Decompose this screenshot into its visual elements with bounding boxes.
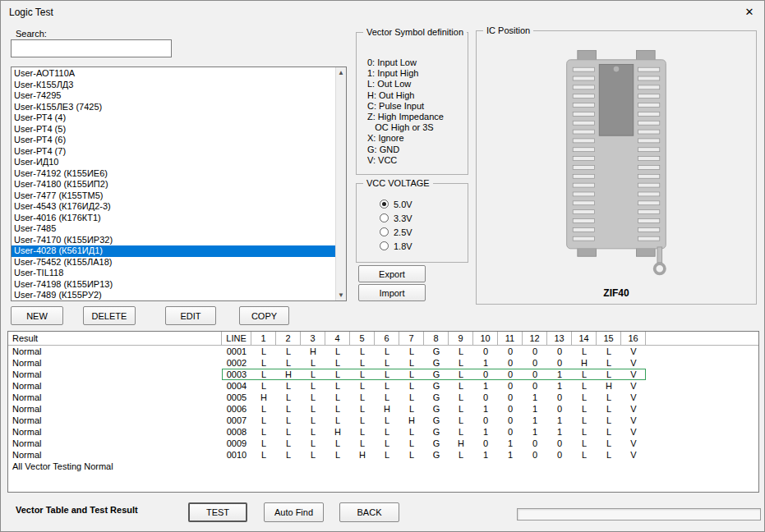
zif-lever-graphic [657, 247, 662, 263]
radio-icon [380, 213, 389, 222]
vector-value-cell: H [572, 357, 597, 369]
edit-button[interactable]: EDIT [165, 306, 216, 325]
result-cell: Normal [8, 380, 222, 392]
table-row[interactable]: Normal0009LLLLLLLGH0100LLV [8, 438, 758, 449]
list-item[interactable]: User-РТ4 (6) [12, 135, 335, 146]
list-item[interactable]: User-РТ4 (7) [12, 146, 335, 158]
line-cell: 0002 [222, 357, 251, 369]
vector-value-cell: 0 [523, 380, 547, 392]
vcc-option-3.3V[interactable]: 3.3V [380, 213, 468, 223]
list-item[interactable]: User-74295 [12, 90, 335, 102]
radio-icon [380, 200, 389, 209]
table-row[interactable]: Normal0010LLLLHLLGL1100LLV [8, 449, 758, 461]
row-vector-range: 0002LLLLLLLGL1000HLV [222, 357, 646, 369]
symbol-definition-line: V: VCC [367, 155, 468, 166]
table-row[interactable]: Normal0002LLLLLLLGL1000HLV [8, 357, 758, 369]
import-button[interactable]: Import [358, 284, 426, 301]
result-cell: Normal [8, 449, 222, 461]
scroll-down-icon[interactable]: ▼ [336, 290, 346, 300]
vector-value-cell: G [424, 403, 449, 415]
list-item[interactable]: User-75452 (К155ЛА18) [12, 257, 335, 268]
vector-value-cell: 0 [473, 415, 498, 426]
export-button[interactable]: Export [358, 265, 426, 282]
vector-value-cell: 1 [547, 426, 572, 438]
copy-button[interactable]: COPY [239, 306, 289, 325]
back-button[interactable]: BACK [339, 502, 399, 522]
vector-value-cell: H [251, 392, 276, 403]
vector-value-cell: L [572, 403, 597, 415]
vector-value-cell: L [350, 438, 375, 449]
list-scrollbar[interactable]: ▲ ▼ [335, 67, 346, 300]
scroll-up-icon[interactable]: ▲ [336, 67, 346, 78]
symbol-definition-line: H: Out High [367, 90, 468, 101]
result-cell: Normal [8, 346, 222, 357]
search-input[interactable] [11, 39, 172, 57]
vcc-option-1.8V[interactable]: 1.8V [380, 241, 468, 251]
vector-value-cell: L [375, 449, 399, 461]
vector-value-cell: L [251, 403, 276, 415]
table-row[interactable]: Normal0007LLLLLLHGL0011LLV [8, 415, 758, 426]
symbol-definition-line: 0: Input Low [367, 57, 468, 68]
table-row[interactable]: Normal0008LLLHLLLGL1011LLV [8, 426, 758, 438]
vcc-option-2.5V[interactable]: 2.5V [380, 227, 468, 237]
result-cell: Normal [8, 403, 222, 415]
vcc-option-5.0V[interactable]: 5.0V [380, 199, 468, 209]
symbol-definition-line: OC High or 3S [367, 122, 468, 133]
list-item[interactable]: User-АОТ110А [12, 68, 335, 80]
table-header-cell: Result [8, 332, 222, 345]
vector-value-cell: L [449, 380, 473, 392]
vector-value-cell: 0 [523, 357, 547, 369]
table-header-cell: 13 [547, 332, 572, 345]
test-button[interactable]: TEST [188, 502, 247, 522]
close-button[interactable]: ✕ [735, 1, 764, 24]
vector-symbol-definition-title: Vector Symbol definition [363, 27, 467, 37]
vector-value-cell: L [597, 346, 621, 357]
table-row[interactable]: Normal0003LHLLLLLGL0001LLV [8, 369, 758, 380]
list-item[interactable]: User-РТ4 (4) [12, 112, 335, 124]
new-button[interactable]: NEW [11, 306, 63, 325]
table-row[interactable]: Normal0006LLLLLHLGL1010LLV [8, 403, 758, 415]
vector-value-cell: G [424, 392, 449, 403]
vector-value-cell: L [399, 380, 424, 392]
list-item[interactable]: User-74192 (К155ИЕ6) [12, 168, 335, 180]
vector-value-cell: H [449, 438, 473, 449]
list-item[interactable]: User-TIL118 [12, 268, 335, 279]
device-listbox[interactable]: User-АОТ110АUser-К155ЛД3User-74295User-К… [11, 66, 347, 301]
list-item[interactable]: User-74170 (К155ИР32) [12, 235, 335, 246]
list-item[interactable]: User-74198 (К155ИР13) [12, 279, 335, 291]
vector-value-cell: L [597, 357, 621, 369]
vector-value-cell: L [325, 449, 350, 461]
vector-table-caption: Vector Table and Test Result [16, 505, 138, 515]
table-row[interactable]: Normal0001LLHLLLLGL0000LLV [8, 346, 758, 357]
auto-find-button[interactable]: Auto Find [264, 502, 324, 522]
table-row[interactable]: Normal0005HLLLLLLGL0010LLV [8, 392, 758, 403]
list-item[interactable]: User-7489 (К155РУ2) [12, 290, 335, 300]
list-item[interactable]: User-К155ЛД3 [12, 80, 335, 91]
list-item[interactable]: User-К155ЛЕ3 (7425) [12, 102, 335, 113]
vector-value-cell: 1 [547, 380, 572, 392]
vector-value-cell: L [449, 392, 473, 403]
list-item[interactable]: User-74180 (К155ИП2) [12, 179, 335, 190]
list-item[interactable]: User-7477 (К155ТМ5) [12, 190, 335, 202]
result-cell: Normal [8, 369, 222, 380]
list-item[interactable]: User-4028 (К561ИД1) [12, 245, 335, 257]
delete-button[interactable]: DELETE [83, 306, 136, 325]
vector-value-cell: L [325, 357, 350, 369]
vector-value-cell: L [375, 392, 399, 403]
vector-value-cell: L [399, 403, 424, 415]
table-body: Normal0001LLHLLLLGL0000LLVNormal0002LLLL… [8, 346, 758, 472]
vector-value-cell: 1 [547, 369, 572, 380]
vector-value-cell: L [301, 438, 325, 449]
vector-value-cell: L [597, 403, 621, 415]
list-item[interactable]: User-РТ4 (5) [12, 124, 335, 135]
vector-value-cell: L [399, 346, 424, 357]
list-item[interactable]: User-7485 [12, 223, 335, 235]
list-item[interactable]: User-ИД10 [12, 157, 335, 168]
vector-value-cell: L [301, 449, 325, 461]
table-header-cell: 4 [325, 332, 350, 345]
vector-value-cell: 0 [473, 346, 498, 357]
list-item[interactable]: User-4543 (К176ИД2-3) [12, 201, 335, 213]
list-item[interactable]: User-4016 (К176КТ1) [12, 213, 335, 224]
table-row[interactable]: Normal0004LLLLLLLGL1001LHV [8, 380, 758, 392]
result-cell: Normal [8, 357, 222, 369]
